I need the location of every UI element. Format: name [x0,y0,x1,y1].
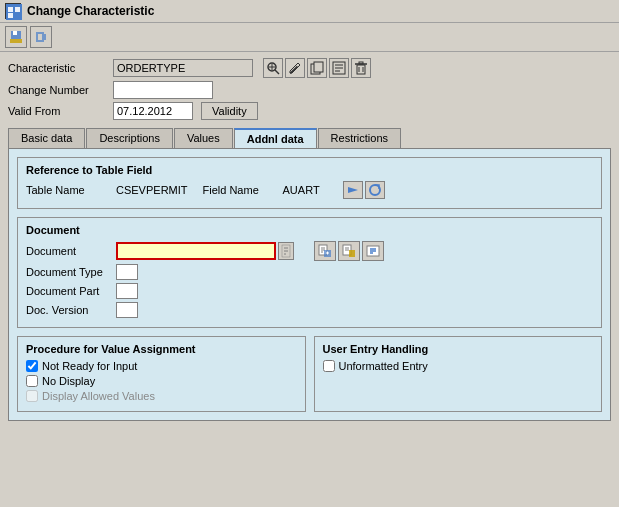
tab-addnl-data[interactable]: Addnl data [234,128,317,148]
valid-from-input[interactable] [113,102,193,120]
copy2-char-btn[interactable] [329,58,349,78]
display-allowed-label: Display Allowed Values [42,390,155,402]
doc-icon-btn-2[interactable] [338,241,360,261]
no-display-checkbox[interactable] [26,375,38,387]
tab-restrictions[interactable]: Restrictions [318,128,401,148]
tab-values[interactable]: Values [174,128,233,148]
window-icon [5,3,21,19]
characteristic-row: Characteristic [8,58,611,78]
delete-char-btn[interactable] [351,58,371,78]
change-number-label: Change Number [8,84,113,96]
reference-to-table-field-section: Reference to Table Field Table Name CSEV… [17,157,602,209]
no-display-label: No Display [42,375,95,387]
main-content: Characteristic [0,52,619,427]
title-bar: Change Characteristic [0,0,619,23]
no-display-row: No Display [26,375,297,387]
doc-version-label: Doc. Version [26,304,116,316]
change-number-row: Change Number [8,81,611,99]
window-title: Change Characteristic [27,4,154,18]
field-name-value: AUART [283,184,320,196]
copy-char-btn[interactable] [307,58,327,78]
svg-rect-3 [8,13,13,18]
unformatted-label: Unformatted Entry [339,360,428,372]
characteristic-label: Characteristic [8,62,113,74]
svg-rect-45 [349,250,355,257]
svg-rect-2 [15,7,20,12]
doc-icon-btn-3[interactable] [362,241,384,261]
search-char-btn[interactable] [263,58,283,78]
document-section: Document Document [17,217,602,328]
document-input-container [116,242,294,260]
svg-rect-11 [44,34,46,40]
toolbar [0,23,619,52]
not-ready-label: Not Ready for Input [42,360,137,372]
table-name-value: CSEVPERMIT [116,184,188,196]
procedure-section: Procedure for Value Assignment Not Ready… [17,336,306,412]
edit-char-btn[interactable] [285,58,305,78]
doc-part-input[interactable] [116,283,138,299]
document-section-title: Document [26,224,593,236]
svg-line-13 [275,70,279,74]
doc-part-row: Document Part [26,283,593,299]
doc-version-row: Doc. Version [26,302,593,318]
unformatted-row: Unformatted Entry [323,360,594,372]
tab-basic-data[interactable]: Basic data [8,128,85,148]
doc-version-input[interactable] [116,302,138,318]
bottom-sections: Procedure for Value Assignment Not Ready… [17,336,602,412]
user-entry-section-title: User Entry Handling [323,343,594,355]
document-label: Document [26,245,116,257]
procedure-section-title: Procedure for Value Assignment [26,343,297,355]
back-button[interactable] [30,26,52,48]
svg-rect-10 [38,34,42,40]
doc-type-label: Document Type [26,266,116,278]
svg-rect-7 [10,39,22,43]
reference-section-title: Reference to Table Field [26,164,593,176]
valid-from-row: Valid From Validity [8,102,611,120]
change-number-input[interactable] [113,81,213,99]
characteristic-icon-group [263,58,371,78]
tab-panel: Reference to Table Field Table Name CSEV… [8,148,611,421]
display-allowed-row: Display Allowed Values [26,390,297,402]
table-ref-arrow-btn[interactable] [343,181,363,199]
svg-rect-24 [357,65,365,74]
save-button[interactable] [5,26,27,48]
doc-icon-btn-1[interactable] [314,241,336,261]
svg-rect-26 [359,62,363,64]
svg-rect-1 [8,7,13,12]
unformatted-checkbox[interactable] [323,360,335,372]
svg-rect-15 [272,64,273,70]
table-name-row: Table Name CSEVPERMIT Field Name AUART [26,181,593,199]
user-entry-section: User Entry Handling Unformatted Entry [314,336,603,412]
doc-type-input[interactable] [116,264,138,280]
tabs-container: Basic data Descriptions Values Addnl dat… [8,128,611,148]
display-allowed-checkbox[interactable] [26,390,38,402]
document-icon-group [314,241,384,261]
doc-type-row: Document Type [26,264,593,280]
document-row: Document [26,241,593,261]
valid-from-label: Valid From [8,105,113,117]
svg-rect-6 [13,31,17,35]
svg-marker-29 [348,187,358,193]
characteristic-input[interactable] [113,59,253,77]
table-ref-sync-btn[interactable] [365,181,385,199]
table-name-label: Table Name [26,184,116,196]
not-ready-checkbox[interactable] [26,360,38,372]
not-ready-row: Not Ready for Input [26,360,297,372]
document-search-btn[interactable] [278,242,294,260]
validity-button[interactable]: Validity [201,102,258,120]
svg-rect-19 [314,62,323,72]
field-name-label: Field Name [203,184,283,196]
document-input[interactable] [116,242,276,260]
doc-part-label: Document Part [26,285,116,297]
tab-descriptions[interactable]: Descriptions [86,128,173,148]
